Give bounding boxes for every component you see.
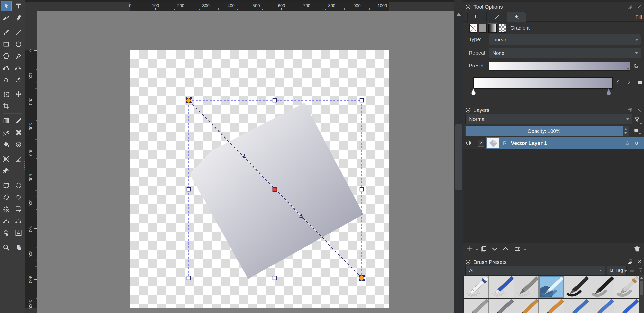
scrollbar-thumb[interactable] <box>455 124 462 190</box>
move-layer-down-button[interactable] <box>491 245 499 253</box>
docker-lock-icon[interactable] <box>465 107 471 113</box>
gradient-menu-button[interactable] <box>637 79 643 86</box>
gradient-tool[interactable] <box>1 116 12 126</box>
layer-name[interactable]: Vector Layer 1 <box>511 140 547 146</box>
gradient-type-dropdown[interactable]: Linear <box>489 34 641 45</box>
colorize-mask-tool[interactable] <box>1 127 12 138</box>
freehand-select-tool[interactable] <box>13 192 24 203</box>
docker-lock-icon[interactable] <box>465 259 471 265</box>
brush-preset-pencil-blue-3[interactable] <box>614 299 639 313</box>
brush-preset-detail-round-brush[interactable] <box>539 299 564 313</box>
brush-preset-eraser-hard[interactable] <box>464 276 489 298</box>
brush-preset-pencil-blue-2[interactable] <box>589 299 614 313</box>
similar-select-tool[interactable] <box>13 204 24 215</box>
layers-close-button[interactable] <box>636 107 643 113</box>
brush-preset-oil-round-brush[interactable] <box>514 299 539 313</box>
brush-preset-wet-bristle-brush[interactable] <box>489 299 514 313</box>
magnetic-select-tool[interactable] <box>13 216 24 226</box>
polyline-tool[interactable] <box>13 51 24 61</box>
tab-fill-options[interactable] <box>507 12 526 22</box>
brush-preset-ink-ballpen[interactable] <box>539 276 564 298</box>
brush-presets-float-button[interactable] <box>627 258 633 265</box>
gradient-stop-start[interactable] <box>472 89 476 95</box>
save-gradient-button[interactable] <box>633 62 640 69</box>
layer-thumbnail[interactable] <box>487 138 499 148</box>
fill-pattern-swatch[interactable] <box>499 24 506 33</box>
shape-select-tool[interactable] <box>1 1 12 11</box>
layer-alpha-icon[interactable]: α <box>635 140 638 146</box>
delete-layer-button[interactable] <box>633 244 641 253</box>
layer-checkbox[interactable]: ✓ <box>478 140 484 147</box>
fill-none-swatch[interactable] <box>469 24 477 33</box>
dynamic-brush-tool[interactable] <box>1 75 12 85</box>
docker-lock-icon[interactable] <box>465 4 471 10</box>
canvas-area[interactable] <box>37 11 454 313</box>
layer-options-button[interactable] <box>633 127 640 134</box>
opacity-spinner[interactable] <box>623 126 628 136</box>
transform-tool[interactable] <box>1 89 12 100</box>
brush-preset-eraser-soft[interactable] <box>489 276 514 298</box>
tab-stroke-options[interactable] <box>467 12 487 22</box>
polygon-tool[interactable] <box>1 51 12 61</box>
previous-stop-button[interactable] <box>615 79 621 86</box>
pivot-handle[interactable] <box>273 187 277 191</box>
brush-preset-charcoal-pencil[interactable] <box>564 276 589 298</box>
scroll-up-icon[interactable] <box>640 277 643 279</box>
gradient-repeat-dropdown[interactable]: None <box>489 48 641 58</box>
add-layer-button[interactable] <box>466 245 474 253</box>
brush-grid-scrollbar[interactable] <box>639 275 644 313</box>
text-tool[interactable] <box>13 1 24 11</box>
layer-visibility-toggle[interactable] <box>465 140 472 146</box>
layer-properties-button[interactable] <box>513 245 522 253</box>
brush-presets-close-button[interactable] <box>636 258 643 265</box>
polygon-select-tool[interactable] <box>1 192 12 203</box>
gradient-preset-preview[interactable] <box>489 62 630 71</box>
gradient-end-handle[interactable] <box>359 275 365 281</box>
raindrop-select-tool[interactable] <box>1 228 12 238</box>
color-sampler-tool[interactable] <box>13 116 24 126</box>
crop-tool[interactable] <box>1 101 12 112</box>
brush-list-menu-button[interactable] <box>629 267 635 273</box>
canvas-vertical-scrollbar[interactable] <box>454 11 463 313</box>
rectangle-tool[interactable] <box>1 39 12 50</box>
layers-float-button[interactable] <box>627 107 633 113</box>
brush-preset-airbrush-soft[interactable] <box>514 276 539 298</box>
enclose-fill-tool[interactable] <box>13 139 24 150</box>
tool-options-close-button[interactable] <box>636 4 643 10</box>
measure-tool[interactable] <box>13 154 24 164</box>
zoom-tool-tool[interactable] <box>1 242 12 253</box>
ellipse-tool[interactable] <box>13 39 24 50</box>
reference-images-tool[interactable] <box>1 166 12 176</box>
add-layer-caret[interactable] <box>476 249 478 250</box>
line-tool[interactable] <box>13 27 24 38</box>
properties-caret[interactable] <box>524 249 526 250</box>
layer-row-vector-layer-1[interactable]: Vector Layer 1 α <box>486 137 644 149</box>
layer-filter-button[interactable] <box>633 115 641 124</box>
scroll-up-icon[interactable] <box>456 13 461 16</box>
brush-preset-pencil-soft[interactable] <box>589 276 614 298</box>
rect-select-tool[interactable] <box>1 180 12 191</box>
freehand-path-tool[interactable] <box>13 63 24 73</box>
star-frame-tool[interactable] <box>13 228 24 238</box>
brush-preset-fineliner-silver[interactable] <box>614 276 639 298</box>
fill-gradient-swatch[interactable] <box>489 24 496 33</box>
fill-tool[interactable] <box>1 139 12 150</box>
brush-view-mode-button[interactable] <box>637 267 644 273</box>
pan-tool-tool[interactable] <box>13 242 24 253</box>
blend-mode-dropdown[interactable]: Normal <box>465 114 632 124</box>
gradient-editor-bar[interactable] <box>473 77 613 89</box>
multibrush-tool[interactable] <box>13 75 24 85</box>
bezier-select-tool[interactable] <box>1 216 12 226</box>
brush-preset-pencil-blue-1[interactable] <box>564 299 589 313</box>
next-stop-button[interactable] <box>626 79 632 86</box>
smart-patch-tool[interactable] <box>13 127 24 138</box>
scrollbar-thumb[interactable] <box>640 281 643 295</box>
duplicate-layer-button[interactable] <box>480 245 488 253</box>
move-layer-up-button[interactable] <box>502 245 510 253</box>
ellipse-select-tool[interactable] <box>13 180 24 191</box>
docker-splitter[interactable]: ······ <box>463 103 644 106</box>
tag-button[interactable]: Tag <box>607 266 627 275</box>
tab-line-options[interactable] <box>487 12 506 22</box>
freehand-brush-tool[interactable] <box>1 27 12 38</box>
contiguous-select-tool[interactable] <box>1 204 12 215</box>
